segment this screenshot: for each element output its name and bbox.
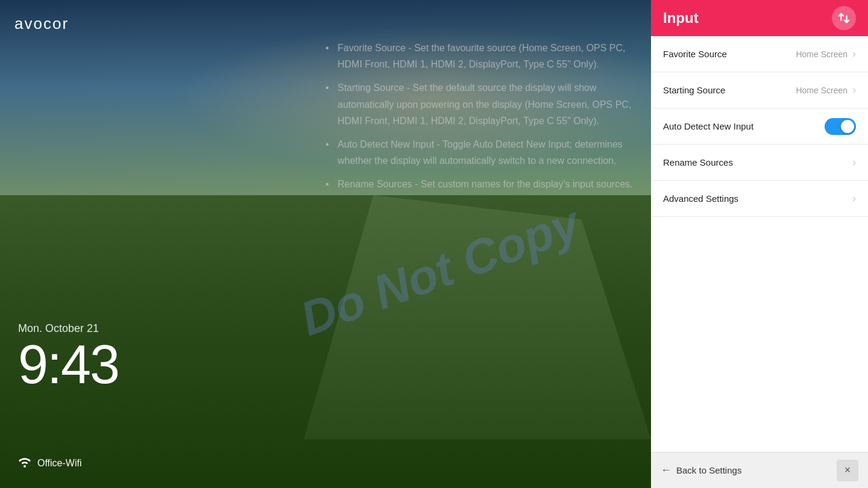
toggle-track (825, 118, 856, 135)
auto-detect-right (825, 118, 856, 135)
rename-sources-label: Rename Sources (663, 157, 733, 167)
rename-sources-chevron: › (852, 156, 856, 169)
rename-sources-right: › (852, 156, 856, 169)
favorite-source-value: Home Screen (796, 49, 848, 59)
panel-header: Input (651, 0, 868, 36)
favorite-source-item[interactable]: Favorite Source Home Screen › (651, 36, 868, 72)
auto-detect-label: Auto Detect New Input (663, 121, 753, 131)
starting-source-label: Starting Source (663, 85, 725, 95)
rename-sources-item[interactable]: Rename Sources › (651, 145, 868, 181)
auto-detect-toggle[interactable] (825, 118, 856, 135)
favorite-source-label: Favorite Source (663, 49, 727, 59)
starting-source-chevron: › (852, 84, 856, 96)
toggle-thumb (841, 120, 854, 133)
starting-source-item[interactable]: Starting Source Home Screen › (651, 72, 868, 108)
advanced-settings-label: Advanced Settings (663, 193, 738, 204)
clock-area: Mon. October 21 9:43 (18, 322, 119, 392)
close-icon: × (844, 464, 851, 477)
panel-title: Input (663, 10, 699, 27)
close-panel-button[interactable]: × (837, 460, 858, 481)
advanced-settings-item[interactable]: Advanced Settings › (651, 181, 868, 217)
panel-footer: ← Back to Settings × (651, 452, 868, 488)
right-panel: Input Favorite Source Home Screen › Star… (651, 0, 868, 488)
panel-content: Favorite Source Home Screen › Starting S… (651, 36, 868, 452)
starting-source-right: Home Screen › (796, 84, 856, 96)
swap-icon-button[interactable] (832, 6, 856, 30)
wifi-icon (18, 457, 31, 470)
clock-date: Mon. October 21 (18, 322, 119, 335)
back-arrow-icon: ← (661, 464, 671, 477)
auto-detect-item[interactable]: Auto Detect New Input (651, 108, 868, 145)
wifi-area: Office-Wifi (18, 457, 81, 470)
back-to-settings-button[interactable]: ← Back to Settings (661, 464, 741, 477)
clock-time: 9:43 (18, 337, 119, 392)
advanced-settings-right: › (852, 192, 856, 205)
back-to-settings-label: Back to Settings (676, 465, 741, 475)
advanced-settings-chevron: › (852, 192, 856, 205)
starting-source-value: Home Screen (796, 86, 848, 95)
avocor-logo: avocor (14, 14, 69, 33)
bg-clouds (174, 25, 694, 171)
wifi-label: Office-Wifi (37, 458, 81, 469)
favorite-source-chevron: › (852, 48, 856, 60)
favorite-source-right: Home Screen › (796, 48, 856, 60)
